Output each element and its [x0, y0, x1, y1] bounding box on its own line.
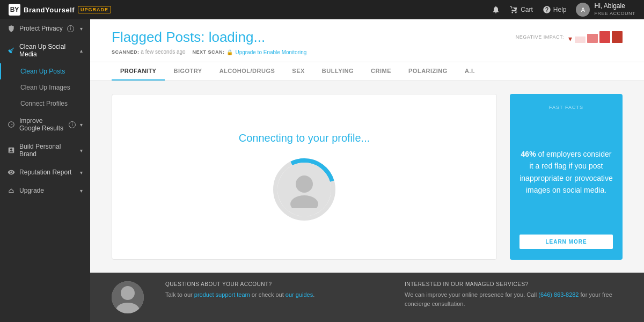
tab-ai[interactable]: A.I. [456, 62, 484, 80]
fast-facts-label: FAST FACTS [549, 105, 583, 110]
tab-polarizing[interactable]: POLARIZING [400, 62, 456, 80]
chevron-icon: ▾ [80, 26, 83, 32]
top-navigation: BY BrandYourself UPGRADE Cart Help A Hi,… [0, 0, 644, 19]
shield-icon [8, 25, 15, 32]
help-label: Help [553, 6, 567, 13]
upgrade-badge[interactable]: UPGRADE [78, 6, 111, 13]
tab-bigotry[interactable]: BIGOTRY [165, 62, 210, 80]
google-icon [8, 121, 15, 128]
svg-point-4 [296, 175, 313, 193]
impact-bar-4 [612, 31, 623, 43]
upgrade-icon [8, 187, 15, 194]
sidebar-sub-label: Clean Up Posts [20, 68, 65, 75]
brand-area: BY BrandYourself UPGRADE [9, 4, 111, 16]
sidebar-sub-clean-up-posts[interactable]: Clean Up Posts [0, 63, 90, 79]
chevron-icon: ▾ [80, 148, 83, 153]
avatar: A [576, 3, 590, 17]
page-title: Flagged Posts: loading... [112, 29, 306, 46]
guides-link[interactable]: our guides [286, 291, 313, 298]
impact-bars: ▾ [568, 31, 623, 43]
lock-icon: 🔒 [226, 49, 233, 55]
title-dynamic: loading... [209, 29, 266, 45]
sidebar-item-improve-google[interactable]: Improve Google Results i ▾ [0, 112, 90, 137]
impact-bar-1 [575, 36, 586, 43]
sidebar-item-reputation[interactable]: Reputation Report ▾ [0, 163, 90, 181]
eye-icon [8, 169, 15, 176]
footer-managed-text: We can improve your online presence for … [405, 290, 623, 308]
footer-managed-heading: INTERESTED IN OUR MANAGED SERVICES? [405, 281, 623, 287]
sidebar-item-protect-privacy[interactable]: Protect Privacy i ▾ [0, 19, 90, 38]
support-team-link[interactable]: product support team [194, 291, 250, 298]
user-greeting: Hi, Abigale [594, 2, 635, 11]
chevron-icon: ▾ [80, 188, 83, 194]
sidebar-item-build-brand[interactable]: Build Personal Brand ▾ [0, 137, 90, 163]
bell-button[interactable] [492, 5, 500, 14]
cart-label: Cart [521, 6, 533, 13]
nav-actions: Cart Help A Hi, Abigale FREE ACCOUNT [492, 2, 635, 17]
brand-logo[interactable]: BY BrandYourself UPGRADE [9, 4, 111, 16]
sidebar-sub-label: Connect Profiles [20, 100, 68, 107]
tabs-bar: PROFANITY BIGOTRY ALCOHOL/DRUGS SEX BULL… [90, 62, 644, 81]
cart-button[interactable]: Cart [510, 5, 533, 14]
phone-link[interactable]: (646) 863-8282 [538, 291, 579, 298]
sidebar-sub-connect-profiles[interactable]: Connect Profiles [0, 96, 90, 112]
svg-point-5 [290, 195, 318, 208]
footer-person-icon [112, 281, 144, 313]
person-icon [8, 147, 15, 154]
sidebar-label: Protect Privacy [19, 25, 63, 32]
info-icon: i [69, 121, 76, 128]
questions-post: . [313, 291, 314, 298]
scanned-time: a few seconds ago [141, 49, 185, 55]
footer-questions-text: Talk to our product support team or chec… [165, 290, 383, 299]
sidebar-item-clean-up-social[interactable]: Clean Up Social Media ▴ [0, 38, 90, 63]
svg-rect-1 [9, 192, 13, 193]
user-menu[interactable]: A Hi, Abigale FREE ACCOUNT [576, 2, 635, 17]
sidebar-label: Reputation Report [19, 169, 71, 176]
impact-arrow-icon: ▾ [568, 34, 572, 43]
help-button[interactable]: Help [543, 5, 567, 14]
impact-bar-2 [587, 34, 598, 43]
cart-icon [510, 5, 518, 14]
footer-avatar [112, 281, 144, 313]
facts-text: 46% of employers consider it a red flag … [519, 110, 613, 235]
page-header: Flagged Posts: loading... SCANNED: a few… [90, 19, 644, 62]
sidebar-label: Improve Google Results [19, 117, 64, 132]
scan-info: SCANNED: a few seconds ago NEXT SCAN: 🔒 … [112, 49, 306, 55]
tab-profanity[interactable]: PROFANITY [112, 62, 165, 80]
scanned-label: SCANNED: [112, 49, 140, 55]
profile-card: Connecting to your profile... [112, 94, 497, 260]
facts-card: FAST FACTS 46% of employers consider it … [510, 94, 623, 260]
sidebar-sub-label: Clean Up Images [20, 84, 70, 91]
fact-bold: 46% [521, 150, 536, 158]
sidebar-sub-clean-up-images[interactable]: Clean Up Images [0, 79, 90, 96]
sidebar-label: Upgrade [19, 187, 44, 194]
sidebar-item-upgrade[interactable]: Upgrade ▾ [0, 181, 90, 200]
footer-managed: INTERESTED IN OUR MANAGED SERVICES? We c… [405, 281, 623, 308]
logo-icon: BY [9, 4, 20, 16]
bell-icon [492, 5, 500, 14]
help-icon [543, 5, 551, 14]
content-area: Connecting to your profile... [90, 81, 644, 273]
svg-point-7 [121, 286, 135, 300]
user-silhouette-icon [286, 171, 323, 208]
chevron-icon: ▴ [80, 48, 83, 54]
footer-questions-heading: QUESTIONS ABOUT YOUR ACCOUNT? [165, 281, 383, 287]
negative-impact-area: NEGATIVE IMPACT: ▾ [516, 31, 623, 43]
avatar-circle [277, 163, 331, 216]
next-scan-label: NEXT SCAN: [192, 49, 224, 55]
footer-questions: QUESTIONS ABOUT YOUR ACCOUNT? Talk to ou… [165, 281, 383, 299]
brand-name: BrandYourself [24, 6, 75, 14]
tab-alcohol-drugs[interactable]: ALCOHOL/DRUGS [211, 62, 284, 80]
learn-more-button[interactable]: LEARN MORE [519, 235, 613, 249]
tab-crime[interactable]: CRIME [362, 62, 400, 80]
questions-mid: or check out [250, 291, 286, 298]
avatar-spinner [272, 157, 336, 222]
main-content: Flagged Posts: loading... SCANNED: a few… [90, 19, 644, 322]
tab-bullying[interactable]: BULLYING [313, 62, 362, 80]
upgrade-link[interactable]: Upgrade to Enable Monitoring [235, 49, 306, 55]
tab-sex[interactable]: SEX [283, 62, 313, 80]
connecting-text: Connecting to your profile... [239, 132, 370, 144]
chevron-icon: ▾ [80, 170, 83, 175]
broom-icon [8, 47, 15, 54]
next-scan: NEXT SCAN: 🔒 Upgrade to Enable Monitorin… [192, 49, 306, 55]
